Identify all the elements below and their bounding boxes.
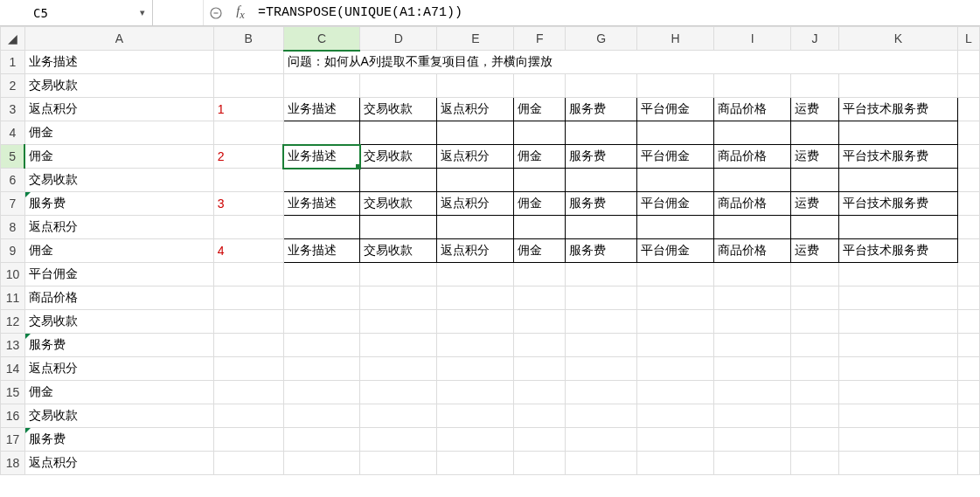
- cell-J15[interactable]: [791, 381, 839, 404]
- cell-G9[interactable]: 服务费: [566, 239, 637, 263]
- row-header-14[interactable]: 14: [1, 357, 25, 381]
- cell-I12[interactable]: [714, 310, 791, 334]
- cell-E15[interactable]: [437, 381, 514, 404]
- cell-B5[interactable]: 2: [213, 145, 283, 169]
- cell-I5[interactable]: 商品价格: [714, 145, 791, 169]
- cell-K7[interactable]: 平台技术服务费: [839, 192, 958, 216]
- row-header-18[interactable]: 18: [1, 452, 25, 475]
- cell-B3[interactable]: 1: [213, 98, 283, 121]
- cell-D11[interactable]: [360, 286, 437, 310]
- cell-K17[interactable]: [839, 428, 958, 452]
- cell-B8[interactable]: [213, 216, 283, 239]
- cell-G5[interactable]: 服务费: [566, 145, 637, 169]
- cell-L6[interactable]: [957, 169, 979, 192]
- cell-A2[interactable]: 交易收款: [24, 74, 213, 98]
- cell-E17[interactable]: [437, 428, 514, 452]
- cell-C10[interactable]: [283, 263, 360, 286]
- cell-I2[interactable]: [714, 74, 791, 98]
- cell-B16[interactable]: [213, 404, 283, 428]
- cell-K16[interactable]: [839, 404, 958, 428]
- cell-J3[interactable]: 运费: [791, 98, 839, 121]
- row-header-1[interactable]: 1: [1, 51, 25, 74]
- cell-H11[interactable]: [637, 286, 714, 310]
- cell-G6[interactable]: [566, 169, 637, 192]
- column-header-B[interactable]: B: [213, 27, 283, 51]
- cell-G18[interactable]: [566, 452, 637, 475]
- cell-K13[interactable]: [839, 334, 958, 357]
- cell-L12[interactable]: [957, 310, 979, 334]
- cell-I4[interactable]: [714, 121, 791, 145]
- cell-C17[interactable]: [283, 428, 360, 452]
- cell-D5[interactable]: 交易收款: [360, 145, 437, 169]
- cell-G8[interactable]: [566, 216, 637, 239]
- row-header-2[interactable]: 2: [1, 74, 25, 98]
- row-header-5[interactable]: 5: [1, 145, 25, 169]
- cell-L13[interactable]: [957, 334, 979, 357]
- cell-A6[interactable]: 交易收款: [24, 169, 213, 192]
- cell-E8[interactable]: [437, 216, 514, 239]
- cell-I14[interactable]: [714, 357, 791, 381]
- cell-G3[interactable]: 服务费: [566, 98, 637, 121]
- cell-D13[interactable]: [360, 334, 437, 357]
- cell-K18[interactable]: [839, 452, 958, 475]
- cell-F10[interactable]: [514, 263, 566, 286]
- cell-A12[interactable]: 交易收款: [24, 310, 213, 334]
- cell-C18[interactable]: [283, 452, 360, 475]
- cell-J13[interactable]: [791, 334, 839, 357]
- cell-B17[interactable]: [213, 428, 283, 452]
- cell-L7[interactable]: [957, 192, 979, 216]
- cell-K12[interactable]: [839, 310, 958, 334]
- cell-H6[interactable]: [637, 169, 714, 192]
- cell-H9[interactable]: 平台佣金: [637, 239, 714, 263]
- cell-F8[interactable]: [514, 216, 566, 239]
- column-header-A[interactable]: A: [24, 27, 213, 51]
- cell-K15[interactable]: [839, 381, 958, 404]
- cell-G2[interactable]: [566, 74, 637, 98]
- cell-C8[interactable]: [283, 216, 360, 239]
- fx-icon[interactable]: fx: [228, 0, 253, 25]
- cell-H12[interactable]: [637, 310, 714, 334]
- cell-B9[interactable]: 4: [213, 239, 283, 263]
- column-header-E[interactable]: E: [437, 27, 514, 51]
- cell-B14[interactable]: [213, 357, 283, 381]
- row-header-7[interactable]: 7: [1, 192, 25, 216]
- cell-L17[interactable]: [957, 428, 979, 452]
- column-header-J[interactable]: J: [791, 27, 839, 51]
- cell-G10[interactable]: [566, 263, 637, 286]
- cell-F6[interactable]: [514, 169, 566, 192]
- cell-E12[interactable]: [437, 310, 514, 334]
- cell-A8[interactable]: 返点积分: [24, 216, 213, 239]
- cell-C5[interactable]: 业务描述: [283, 145, 360, 169]
- column-header-D[interactable]: D: [360, 27, 437, 51]
- cell-D14[interactable]: [360, 357, 437, 381]
- column-header-K[interactable]: K: [839, 27, 958, 51]
- cell-I8[interactable]: [714, 216, 791, 239]
- cell-K9[interactable]: 平台技术服务费: [839, 239, 958, 263]
- cell-B6[interactable]: [213, 169, 283, 192]
- cell-C13[interactable]: [283, 334, 360, 357]
- cell-H17[interactable]: [637, 428, 714, 452]
- cell-C4[interactable]: [283, 121, 360, 145]
- cell-K6[interactable]: [839, 169, 958, 192]
- cell-E14[interactable]: [437, 357, 514, 381]
- cell-J7[interactable]: 运费: [791, 192, 839, 216]
- cell-C6[interactable]: [283, 169, 360, 192]
- cell-E13[interactable]: [437, 334, 514, 357]
- cell-G12[interactable]: [566, 310, 637, 334]
- cell-K14[interactable]: [839, 357, 958, 381]
- cell-H13[interactable]: [637, 334, 714, 357]
- cell-E18[interactable]: [437, 452, 514, 475]
- cell-B15[interactable]: [213, 381, 283, 404]
- cell-B2[interactable]: [213, 74, 283, 98]
- row-header-13[interactable]: 13: [1, 334, 25, 357]
- cell-E11[interactable]: [437, 286, 514, 310]
- cell-F2[interactable]: [514, 74, 566, 98]
- cell-A3[interactable]: 返点积分: [24, 98, 213, 121]
- cell-C15[interactable]: [283, 381, 360, 404]
- cell-J12[interactable]: [791, 310, 839, 334]
- cell-A11[interactable]: 商品价格: [24, 286, 213, 310]
- column-header-G[interactable]: G: [566, 27, 637, 51]
- cell-C1[interactable]: 问题：如何从A列提取不重复项目值，并横向摆放: [283, 51, 957, 74]
- cell-J11[interactable]: [791, 286, 839, 310]
- cell-J9[interactable]: 运费: [791, 239, 839, 263]
